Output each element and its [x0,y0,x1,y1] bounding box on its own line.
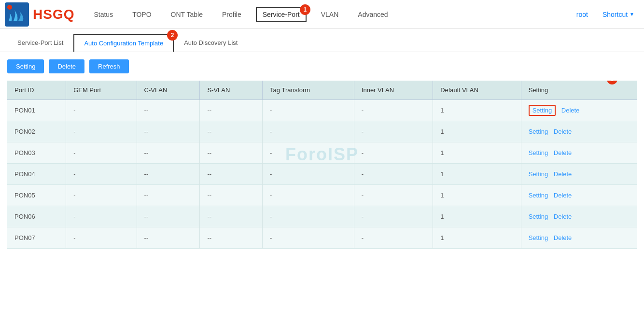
cell-s-vlan: -- [200,185,263,206]
cell-tag-transform: - [263,206,354,227]
cell-tag-transform: - [263,100,354,121]
cell-default-vlan: 1 [433,121,521,142]
nav-vlan[interactable]: VLAN [316,2,344,27]
action-setting-link[interactable]: Setting [529,234,548,241]
cell-tag-transform: - [263,164,354,185]
cell-s-vlan: -- [200,206,263,227]
cell-c-vlan: -- [137,100,200,121]
tab-service-port-list[interactable]: Service-Port List [7,34,73,52]
cell-gem-port: - [66,185,137,206]
col-setting: Setting 3 [521,81,637,100]
table-row: PON07 - -- -- - - 1 Setting Delete [7,227,637,249]
cell-port-id: PON06 [7,206,66,227]
cell-inner-vlan: - [354,185,433,206]
cell-port-id: PON07 [7,227,66,249]
svg-point-1 [7,5,12,10]
action-delete-link[interactable]: Delete [554,234,572,241]
action-delete-link[interactable]: Delete [554,192,572,199]
nav-ont-table[interactable]: ONT Table [166,2,208,27]
table-row: PON02 - -- -- - - 1 Setting Delete [7,121,637,142]
cell-actions: Setting Delete [521,227,637,249]
cell-port-id: PON04 [7,164,66,185]
cell-c-vlan: -- [137,185,200,206]
cell-gem-port: - [66,121,137,142]
col-gem-port: GEM Port [66,81,137,100]
cell-c-vlan: -- [137,227,200,249]
nav-links: Status TOPO ONT Table Profile Service-Po… [89,2,571,27]
cell-actions: Setting Delete [521,100,637,121]
action-delete-link[interactable]: Delete [554,128,572,135]
cell-s-vlan: -- [200,100,263,121]
nav-shortcut[interactable]: Shortcut ▼ [598,2,639,27]
tab-auto-discovery-list[interactable]: Auto Discovery List [174,34,248,52]
action-delete-link[interactable]: Delete [554,213,572,220]
cell-inner-vlan: - [354,227,433,249]
cell-s-vlan: -- [200,142,263,164]
action-setting-link[interactable]: Setting [529,128,548,135]
col-tag-transform: Tag Transform [263,81,354,100]
refresh-button[interactable]: Refresh [89,59,129,73]
cell-s-vlan: -- [200,121,263,142]
action-setting-link[interactable]: Setting [529,105,556,116]
cell-default-vlan: 1 [433,164,521,185]
cell-tag-transform: - [263,121,354,142]
data-table: Port ID GEM Port C-VLAN S-VLAN Tag Trans… [7,81,637,249]
delete-button[interactable]: Delete [49,59,84,73]
nav-right: root Shortcut ▼ [572,2,639,27]
action-setting-link[interactable]: Setting [529,213,548,220]
navbar: HSGQ Status TOPO ONT Table Profile Servi… [0,0,644,29]
nav-topo[interactable]: TOPO [127,2,156,27]
col-port-id: Port ID [7,81,66,100]
cell-s-vlan: -- [200,227,263,249]
cell-port-id: PON03 [7,142,66,164]
action-delete-link[interactable]: Delete [561,107,580,114]
table-row: PON05 - -- -- - - 1 Setting Delete [7,185,637,206]
badge-3: 3 [607,81,617,84]
chevron-down-icon: ▼ [630,12,634,17]
nav-service-port[interactable]: Service-Port 1 [256,7,307,22]
table-row: PON01 - -- -- - - 1 Setting Delete [7,100,637,121]
cell-s-vlan: -- [200,164,263,185]
cell-default-vlan: 1 [433,142,521,164]
action-delete-link[interactable]: Delete [554,149,572,156]
col-c-vlan: C-VLAN [137,81,200,100]
nav-advanced[interactable]: Advanced [353,2,392,27]
nav-service-port-label: Service-Port [263,11,300,18]
cell-default-vlan: 1 [433,206,521,227]
action-setting-link[interactable]: Setting [529,192,548,199]
table-row: PON03 - -- -- - - 1 Setting Delete [7,142,637,164]
action-delete-link[interactable]: Delete [554,170,572,178]
col-default-vlan: Default VLAN [433,81,521,100]
cell-gem-port: - [66,142,137,164]
cell-actions: Setting Delete [521,121,637,142]
nav-profile[interactable]: Profile [217,2,246,27]
cell-actions: Setting Delete [521,185,637,206]
tab-auto-config-template[interactable]: Auto Configuration Template 2 [73,34,174,52]
cell-inner-vlan: - [354,121,433,142]
table-row: PON06 - -- -- - - 1 Setting Delete [7,206,637,227]
toolbar: Setting Delete Refresh [0,52,644,81]
cell-tag-transform: - [263,142,354,164]
cell-gem-port: - [66,206,137,227]
cell-inner-vlan: - [354,206,433,227]
table-body: PON01 - -- -- - - 1 Setting Delete PON02… [7,100,637,249]
table-header-row: Port ID GEM Port C-VLAN S-VLAN Tag Trans… [7,81,637,100]
badge-1: 1 [300,4,310,15]
cell-c-vlan: -- [137,164,200,185]
shortcut-label: Shortcut [602,11,628,18]
nav-root[interactable]: root [572,2,593,27]
cell-gem-port: - [66,164,137,185]
cell-default-vlan: 1 [433,227,521,249]
action-setting-link[interactable]: Setting [529,170,548,178]
table-wrapper: Port ID GEM Port C-VLAN S-VLAN Tag Trans… [0,81,644,256]
cell-tag-transform: - [263,185,354,206]
action-setting-link[interactable]: Setting [529,149,548,156]
nav-status[interactable]: Status [89,2,118,27]
setting-button[interactable]: Setting [7,59,44,73]
auto-config-label: Auto Configuration Template [84,40,163,47]
cell-actions: Setting Delete [521,164,637,185]
cell-c-vlan: -- [137,206,200,227]
table-row: PON04 - -- -- - - 1 Setting Delete [7,164,637,185]
cell-inner-vlan: - [354,142,433,164]
setting-col-label: Setting [529,86,548,94]
